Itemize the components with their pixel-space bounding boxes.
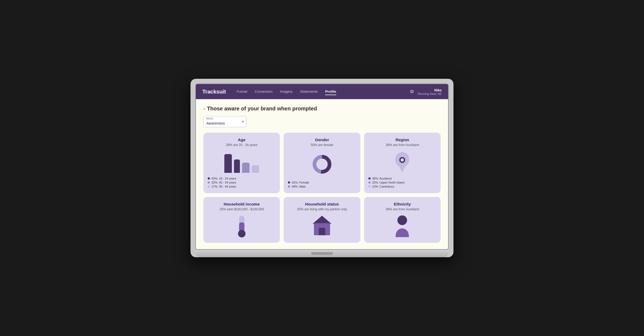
gender-dot-1 bbox=[288, 181, 290, 184]
region-pin-svg bbox=[393, 151, 412, 174]
gender-card-title: Gender bbox=[315, 137, 329, 142]
legend-dot-3 bbox=[208, 185, 210, 188]
age-legend: 53%: 18 - 24 years 32%: 45 - 54 years 17… bbox=[208, 177, 276, 189]
main-content: › Those aware of your brand when prompte… bbox=[196, 99, 448, 249]
gender-label-2: 48%: Male bbox=[292, 185, 306, 188]
legend-item-2: 32%: 45 - 54 years bbox=[208, 181, 276, 184]
status-card-title: Household status bbox=[305, 202, 339, 206]
bar-2 bbox=[234, 159, 240, 173]
nav-imagery[interactable]: Imagery bbox=[280, 88, 292, 95]
region-card-subtitle: 38% are from Auckland bbox=[386, 143, 419, 147]
age-card-title: Age bbox=[238, 137, 245, 142]
gender-legend-item-2: 48%: Male bbox=[288, 185, 356, 188]
gender-donut bbox=[311, 154, 333, 175]
region-label-3: 13%: Canterbury bbox=[372, 185, 394, 188]
region-label-2: 23%: Upper North Island bbox=[372, 181, 404, 184]
age-bar-chart bbox=[224, 151, 259, 173]
status-card-subtitle: 25% are living with my partner only bbox=[297, 207, 347, 211]
user-subtitle: Running Gear, NZ bbox=[418, 92, 442, 95]
age-card-subtitle: 28% are 25 - 34 years bbox=[226, 143, 258, 147]
income-svg bbox=[234, 214, 250, 238]
nav-conversion[interactable]: Conversion bbox=[255, 88, 273, 95]
region-card: Region 38% are from Auckland bbox=[364, 133, 441, 193]
gender-label-1: 52%: Female bbox=[292, 181, 309, 184]
ethnicity-card-subtitle: 38% are from Auckland bbox=[386, 207, 419, 211]
age-card: Age 28% are 25 - 34 years 53% bbox=[203, 133, 280, 193]
ethnicity-card: Ethnicity 38% are from Auckland bbox=[364, 197, 441, 243]
metric-dropdown[interactable]: Metric Awareness ▾ bbox=[203, 116, 246, 127]
region-dot-2 bbox=[368, 181, 371, 184]
bar-3 bbox=[242, 163, 250, 173]
income-card-subtitle: 25% earn $100,000 - $149,000 bbox=[219, 207, 264, 211]
region-legend: 38%: Auckland 23%: Upper North Island 13… bbox=[368, 177, 436, 189]
region-legend-item-1: 38%: Auckland bbox=[368, 177, 436, 180]
laptop-frame: Tracksuit Funnel Conversion Imagery Stat… bbox=[191, 79, 453, 257]
svg-point-5 bbox=[401, 158, 404, 162]
region-legend-item-2: 23%: Upper North Island bbox=[368, 181, 436, 184]
bar-4 bbox=[252, 165, 259, 173]
ethnicity-chart-visual bbox=[368, 214, 436, 238]
legend-label-1: 53%: 18 - 24 years bbox=[211, 177, 236, 180]
status-chart-visual bbox=[288, 214, 356, 238]
user-name: Nike bbox=[418, 88, 442, 92]
page-title: Those aware of your brand when prompted bbox=[207, 106, 317, 112]
laptop-base bbox=[195, 250, 449, 257]
region-legend-item-3: 13%: Canterbury bbox=[368, 185, 436, 188]
svg-point-12 bbox=[397, 215, 407, 225]
legend-item-1: 53%: 18 - 24 years bbox=[208, 177, 276, 180]
legend-dot-2 bbox=[208, 181, 210, 184]
nav-profile[interactable]: Profile bbox=[325, 88, 336, 95]
region-chart-visual bbox=[368, 150, 436, 174]
svg-marker-9 bbox=[313, 216, 331, 224]
ethnicity-card-title: Ethnicity bbox=[394, 202, 411, 206]
legend-item-3: 17%: 35 - 44 years bbox=[208, 185, 276, 188]
gender-dot-2 bbox=[288, 185, 290, 188]
donut-svg bbox=[311, 154, 333, 175]
person-svg bbox=[393, 214, 412, 238]
household-income-card: Household income 25% earn $100,000 - $14… bbox=[203, 197, 280, 243]
bar-1 bbox=[224, 154, 232, 173]
income-chart-visual bbox=[208, 214, 276, 238]
gender-legend-item-1: 52%: Female bbox=[288, 181, 356, 184]
region-label-1: 38%: Auckland bbox=[372, 177, 392, 180]
legend-label-3: 17%: 35 - 44 years bbox=[211, 185, 236, 188]
logo: Tracksuit bbox=[202, 89, 226, 95]
gender-legend: 52%: Female 48%: Male bbox=[288, 181, 356, 189]
gender-chart-visual bbox=[288, 150, 356, 178]
laptop-screen: Tracksuit Funnel Conversion Imagery Stat… bbox=[195, 84, 449, 250]
region-dot-1 bbox=[368, 177, 371, 180]
region-dot-3 bbox=[368, 185, 371, 188]
income-card-title: Household income bbox=[224, 202, 260, 206]
gear-icon[interactable]: ⚙ bbox=[410, 89, 414, 95]
nav-links: Funnel Conversion Imagery Statements Pro… bbox=[237, 88, 410, 95]
legend-dot-1 bbox=[208, 177, 210, 180]
nav-right: ⚙ Nike Running Gear, NZ bbox=[410, 88, 442, 95]
legend-label-2: 32%: 45 - 54 years bbox=[211, 181, 236, 184]
svg-point-2 bbox=[316, 159, 328, 170]
house-svg bbox=[311, 214, 333, 238]
age-chart-visual bbox=[208, 150, 276, 174]
navbar: Tracksuit Funnel Conversion Imagery Stat… bbox=[196, 84, 448, 99]
region-card-title: Region bbox=[396, 137, 409, 142]
gender-card: Gender 50% are female bbox=[284, 133, 360, 193]
gender-card-subtitle: 50% are female bbox=[311, 143, 333, 147]
metric-label: Metric bbox=[206, 117, 213, 120]
nav-statements[interactable]: Statements bbox=[300, 88, 318, 95]
user-info: Nike Running Gear, NZ bbox=[418, 88, 442, 95]
household-status-card: Household status 25% are living with my … bbox=[284, 197, 360, 243]
page-header: › Those aware of your brand when prompte… bbox=[203, 106, 441, 112]
nav-funnel[interactable]: Funnel bbox=[237, 88, 247, 95]
laptop-notch bbox=[311, 252, 333, 255]
cards-grid: Age 28% are 25 - 34 years 53% bbox=[203, 133, 441, 243]
svg-point-8 bbox=[238, 230, 246, 237]
chevron-right-icon: › bbox=[203, 106, 205, 111]
